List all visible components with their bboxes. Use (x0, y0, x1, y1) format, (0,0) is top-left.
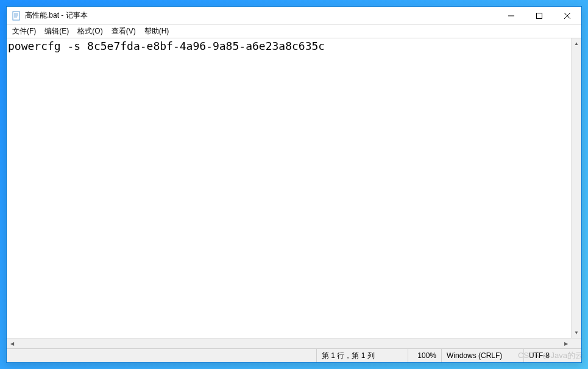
vertical-scroll-track[interactable] (572, 49, 581, 328)
chevron-right-icon: ▶ (564, 341, 568, 346)
status-zoom: 100% (408, 349, 441, 362)
menu-edit[interactable]: 编辑(E) (40, 25, 73, 38)
notepad-window: 高性能.bat - 记事本 文件(F) 编辑(E) 格式(O) 查看(V) 帮助… (6, 6, 582, 363)
close-button[interactable] (553, 7, 581, 24)
menu-help[interactable]: 帮助(H) (140, 25, 174, 38)
status-line-ending: Windows (CRLF) (441, 349, 523, 362)
statusbar: 第 1 行，第 1 列 100% Windows (CRLF) UTF-8 (7, 348, 581, 362)
minimize-button[interactable] (497, 7, 525, 24)
content-area: powercfg -s 8c5e7fda-e8bf-4a96-9a85-a6e2… (7, 38, 581, 338)
chevron-down-icon: ▼ (574, 330, 579, 336)
horizontal-scrollbar-row: ◀ ▶ (7, 338, 581, 348)
maximize-button[interactable] (525, 7, 553, 24)
horizontal-scrollbar[interactable]: ◀ ▶ (7, 339, 571, 348)
vertical-scrollbar[interactable]: ▲ ▼ (571, 38, 581, 338)
menu-file[interactable]: 文件(F) (8, 25, 40, 38)
scroll-down-button[interactable]: ▼ (572, 328, 581, 338)
menu-view[interactable]: 查看(V) (107, 25, 140, 38)
notepad-icon (12, 11, 21, 21)
close-icon (564, 13, 570, 19)
maximize-icon (536, 13, 542, 19)
chevron-up-icon: ▲ (574, 41, 579, 46)
titlebar[interactable]: 高性能.bat - 记事本 (7, 7, 581, 25)
menubar: 文件(F) 编辑(E) 格式(O) 查看(V) 帮助(H) (7, 25, 581, 38)
menu-format[interactable]: 格式(O) (73, 25, 107, 38)
status-cursor-position: 第 1 行，第 1 列 (316, 349, 408, 362)
horizontal-scroll-track[interactable] (17, 339, 561, 348)
window-controls (497, 7, 581, 24)
minimize-icon (508, 13, 514, 19)
scroll-up-button[interactable]: ▲ (572, 38, 581, 49)
window-title: 高性能.bat - 记事本 (25, 10, 497, 21)
svg-rect-6 (537, 13, 542, 18)
scrollbar-corner (571, 339, 581, 349)
status-encoding: UTF-8 (523, 349, 581, 362)
scroll-right-button[interactable]: ▶ (561, 339, 571, 348)
scroll-left-button[interactable]: ◀ (7, 339, 17, 348)
text-editor[interactable]: powercfg -s 8c5e7fda-e8bf-4a96-9a85-a6e2… (7, 38, 571, 338)
chevron-left-icon: ◀ (10, 341, 14, 346)
